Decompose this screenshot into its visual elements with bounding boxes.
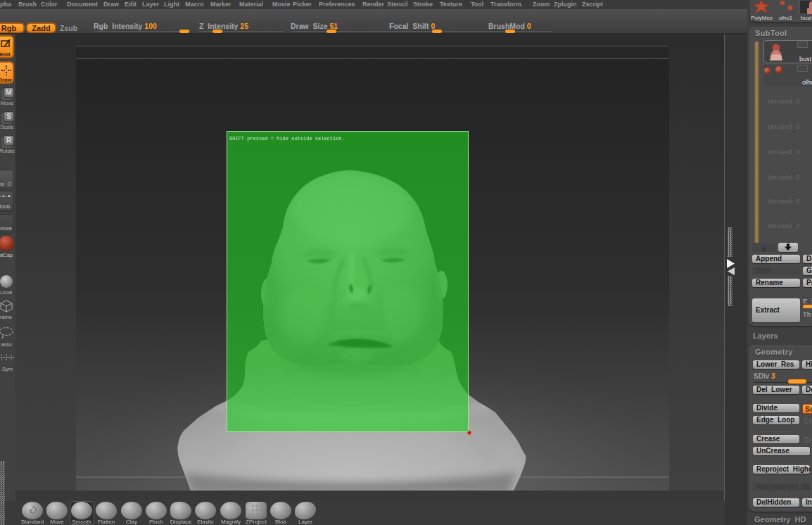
svg-text:SHIFT pressed = hide outside s: SHIFT pressed = hide outside selection. <box>229 136 345 141</box>
